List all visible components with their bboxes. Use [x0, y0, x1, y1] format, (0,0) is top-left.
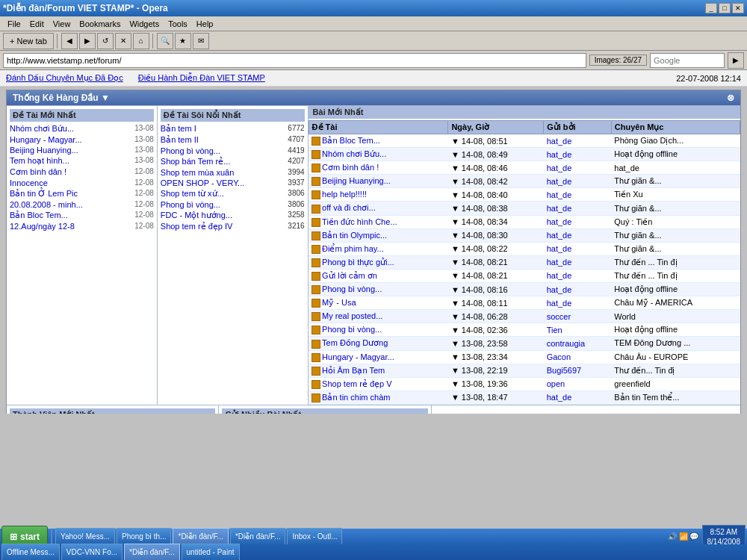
- menu-file[interactable]: File: [3, 18, 25, 30]
- new-tab-button[interactable]: + New tab: [3, 33, 54, 49]
- three-col-top: Đề Tài Mới Nhất Nhóm chơi Bứu...13-08 Hu…: [7, 105, 740, 405]
- minimize-button[interactable]: _: [705, 3, 717, 13]
- table-row: off và đi chơi...▼ 14-08, 08:38hat_deThư…: [309, 202, 740, 215]
- search-button[interactable]: 🔍: [157, 33, 173, 49]
- new-topics-header: Đề Tài Mới Nhất: [10, 109, 154, 122]
- forward-button[interactable]: ▶: [79, 33, 96, 49]
- taskbar-item-dien3[interactable]: *Diễn đàn/F...: [124, 544, 179, 561]
- topic-icon: [311, 299, 320, 308]
- new-topics-col: Đề Tài Mới Nhất Nhóm chơi Bứu...13-08 Hu…: [7, 106, 158, 405]
- topic-icon: [311, 137, 320, 146]
- images-indicator[interactable]: Images: 26/27: [589, 55, 647, 66]
- reload-button[interactable]: ↺: [97, 33, 114, 49]
- manage-link[interactable]: Điều Hành Diễn Đàn VIET STAMP: [138, 73, 265, 83]
- table-row: Bản Bloc Tem...▼ 14-08, 08:51hat_dePhòng…: [309, 134, 740, 148]
- list-item: Shop tem rẻ đẹp IV3216: [161, 221, 305, 232]
- list-item: Hungary - Magyar...13-08: [10, 134, 154, 145]
- members-posters-row: Thành Viên Mới Nhất pimonoed14-08 ltvd14…: [7, 405, 740, 414]
- th-date: Ngày, Giờ: [448, 121, 544, 134]
- close-button[interactable]: ✕: [732, 3, 744, 13]
- th-poster: Gửi bởi: [544, 121, 612, 134]
- stats-header: Thống Kê Hàng Đầu ▼ ⊗: [7, 90, 740, 105]
- taskbar: ⊞ start Yahoo! Mess... Phong bì th... *D…: [0, 529, 747, 560]
- topic-icon: [311, 353, 320, 362]
- table-row: My real posted...▼ 14-08, 06:28soccerWor…: [309, 310, 740, 323]
- stats-toggle-icon[interactable]: ⊗: [727, 93, 734, 103]
- tray-icons: 🔊 📶 💬: [668, 532, 699, 541]
- list-item: Beijing Huanying...13-08: [10, 145, 154, 155]
- list-item: Bản tem I6772: [161, 123, 305, 134]
- address-input[interactable]: [3, 53, 586, 68]
- table-row: help help!!!!!▼ 14-08, 08:40hat_deTiền X…: [309, 188, 740, 202]
- list-item: Cơm bình dân !12-08: [10, 167, 154, 178]
- recent-posts-col: Bài Mới Nhất Đề Tài Ngày, Giờ Gửi bởi Ch…: [309, 106, 740, 405]
- topic-icon: [311, 245, 320, 254]
- topic-icon: [311, 340, 320, 349]
- new-tab-label: New tab: [16, 37, 46, 46]
- topic-icon: [311, 177, 320, 186]
- list-item: Nhóm chơi Bứu...13-08: [10, 123, 154, 134]
- topic-icon: [311, 272, 320, 281]
- datetime: 22-07-2008 12:14: [676, 74, 741, 83]
- taskbar-item-paint[interactable]: untitled - Paint: [182, 544, 240, 561]
- taskbar-item-offline[interactable]: Offline Mess...: [1, 544, 60, 561]
- menu-edit[interactable]: Edit: [25, 18, 49, 30]
- toolbar: + New tab ◀ ▶ ↺ ✕ ⌂ 🔍 ★ ✉: [0, 31, 747, 51]
- topic-icon: [311, 380, 320, 389]
- recent-posts-header: Bài Mới Nhất: [309, 106, 740, 119]
- top-info-bar: Đánh Dấu Chuyên Mục Đã Đọc Điều Hành Diễ…: [0, 70, 747, 87]
- taskbar-item-inbox[interactable]: Inbox - Outl...: [287, 528, 342, 546]
- go-button[interactable]: ▶: [728, 52, 744, 69]
- windows-icon: ⊞: [10, 532, 17, 542]
- th-category: Chuyên Mục: [611, 121, 740, 134]
- search-input[interactable]: [650, 53, 725, 68]
- maximize-button[interactable]: □: [719, 3, 731, 13]
- taskbar-row-1: ⊞ start Yahoo! Mess... Phong bì th... *D…: [0, 529, 747, 544]
- window-title: *Diễn đàn/Forum VIET STAMP* - Opera: [3, 3, 168, 13]
- taskbar-item-label: *Diễn đàn/F...: [178, 532, 223, 541]
- taskbar-separator: [51, 529, 52, 544]
- list-item: Shop tem từ xứ...3806: [161, 188, 305, 199]
- topic-icon: [311, 164, 320, 172]
- topic-icon: [311, 218, 320, 227]
- table-row: Beijing Huanying...▼ 14-08, 08:42hat_deT…: [309, 175, 740, 188]
- menu-tools[interactable]: Tools: [164, 18, 192, 30]
- taskbar-row-2: Offline Mess... VDC-VNN Fo... *Diễn đàn/…: [0, 544, 747, 560]
- table-row: Bản tin chim chàm▼ 13-08, 18:47hat_deBản…: [309, 391, 740, 404]
- list-item: Bản Bloc Tem...12-08: [10, 210, 154, 221]
- menu-bar: File Edit View Bookmarks Widgets Tools H…: [0, 16, 747, 31]
- table-row: Gửi lời cảm ơn▼ 14-08, 08:21hat_deThư đế…: [309, 269, 740, 282]
- page-content[interactable]: Đánh Dấu Chuyên Mục Đã Đọc Điều Hành Diễ…: [0, 70, 747, 414]
- taskbar-item-vdc[interactable]: VDC-VNN Fo...: [61, 544, 123, 561]
- mail-button[interactable]: ✉: [193, 33, 209, 49]
- bookmarks-button[interactable]: ★: [175, 33, 191, 49]
- th-topic: Đề Tài: [309, 121, 448, 134]
- topic-icon: [311, 326, 320, 335]
- hot-topics-header: Đề Tài Sôi Nổi Nhất: [161, 109, 305, 122]
- topic-icon: [311, 258, 320, 267]
- menu-view[interactable]: View: [49, 18, 75, 30]
- table-row: Phong bì thực gửi...▼ 14-08, 08:21hat_de…: [309, 255, 740, 269]
- menu-bookmarks[interactable]: Bookmarks: [75, 18, 125, 30]
- list-item: 20.08.2008 - minh...12-08: [10, 199, 154, 210]
- recent-posts-table: Đề Tài Ngày, Giờ Gửi bởi Chuyên Mục Bản …: [309, 120, 740, 405]
- hot-topics-list: Bản tem I6772 Bản tem II4707 Phong bì vò…: [161, 123, 305, 232]
- top-links: Đánh Dấu Chuyên Mục Đã Đọc Điều Hành Diễ…: [6, 73, 265, 83]
- list-item: Tem hoạt hình...13-08: [10, 155, 154, 167]
- taskbar-item-label: *Diễn đàn/F...: [235, 532, 280, 541]
- table-row: Hỏi Âm Bạn Tem▼ 13-08, 22:19Bugi5697Thư …: [309, 364, 740, 377]
- list-item: Innocence12-08: [10, 178, 154, 188]
- menu-widgets[interactable]: Widgets: [125, 18, 164, 30]
- topic-icon: [311, 231, 320, 240]
- list-item: Phong bì vòng...3806: [161, 199, 305, 210]
- stop-button[interactable]: ✕: [115, 33, 131, 49]
- back-button[interactable]: ◀: [61, 33, 78, 49]
- menu-help[interactable]: Help: [192, 18, 218, 30]
- home-button[interactable]: ⌂: [133, 33, 149, 49]
- mark-read-link[interactable]: Đánh Dấu Chuyên Mục Đã Đọc: [6, 73, 123, 83]
- window-controls: _ □ ✕: [705, 3, 744, 13]
- list-item: Bản tem II4707: [161, 134, 305, 146]
- top-posters-header: Gửi Nhiều Bài Nhất: [222, 408, 427, 414]
- list-item: Shop tem mùa xuân3994: [161, 167, 305, 178]
- table-row: Bản tin Olympic...▼ 14-08, 08:30hat_deTh…: [309, 228, 740, 242]
